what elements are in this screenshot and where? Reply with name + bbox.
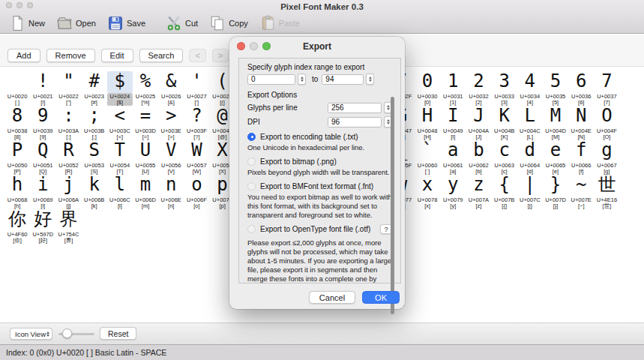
glyph-cell-u+006d[interactable]: mU+006D[m] — [133, 175, 158, 209]
glyph-cell-u+0032[interactable]: 2U+0032[2] — [466, 71, 491, 106]
glyph-cell-u+0061[interactable]: aU+0061[a] — [440, 140, 466, 175]
glyph-cell-u+0030[interactable]: 0U+0030[0] — [415, 71, 440, 106]
glyph-cell-u+0052[interactable]: RU+0052[R] — [55, 140, 81, 175]
glyph-cell-u+004a[interactable]: JU+004A[J] — [466, 106, 491, 140]
glyph-cell-u+004f[interactable]: OU+004F[O] — [594, 106, 619, 140]
radio-button-icon[interactable] — [247, 158, 256, 166]
glyph-cell-u+0049[interactable]: IU+0049[I] — [440, 106, 466, 140]
glyph-cell-u+0068[interactable]: hU+0068[h] — [4, 175, 30, 209]
glyph-preview: W — [184, 140, 209, 162]
next-page-button: > — [212, 49, 229, 62]
glyph-cell-u+0038[interactable]: 8U+0038[8] — [4, 106, 30, 140]
glyph-cell-u+006a[interactable]: jU+006A[j] — [55, 175, 81, 209]
glyph-cell-u+0026[interactable]: &U+0026[&] — [158, 71, 184, 106]
glyph-cell-u+007d[interactable]: }U+007D[}] — [543, 175, 568, 209]
glyph-cell-u+004b[interactable]: KU+004B[K] — [492, 106, 517, 140]
glyph-cell-u+007c[interactable]: |U+007C[|] — [517, 175, 543, 209]
radio-button-icon[interactable] — [247, 133, 256, 141]
ok-button[interactable]: OK — [362, 291, 400, 304]
glyph-cell-u+007b[interactable]: {U+007B[{] — [492, 175, 517, 209]
glyph-cell-u+0054[interactable]: TU+0054[T] — [107, 140, 133, 175]
glyph-cell-u+0048[interactable]: HU+0048[H] — [415, 106, 440, 140]
glyph-cell-u+004c[interactable]: LU+004C[L] — [517, 106, 543, 140]
glyph-cell-u+003f[interactable]: ?U+003F[?] — [184, 106, 209, 140]
radio-button-icon[interactable] — [247, 182, 256, 190]
export-option-label: Export to OpenType font file (.otf) — [260, 225, 380, 233]
export-option-2[interactable]: Export to BMFont text format (.fnt) — [247, 182, 392, 190]
glyph-cell-u+0027[interactable]: 'U+0027['] — [184, 71, 209, 106]
zoom-slider-thumb[interactable] — [62, 328, 72, 338]
glyph-cell-u+006f[interactable]: oU+006F[o] — [184, 175, 209, 209]
glyph-cell-u+003c[interactable]: <U+003C[<] — [107, 106, 133, 140]
glyph-cell-u+0020[interactable]: U+0020[ ] — [4, 71, 30, 106]
glyph-cell-u+003d[interactable]: =U+003D[=] — [133, 106, 158, 140]
dpi-field[interactable]: 96 — [328, 117, 382, 128]
radio-button-icon[interactable] — [247, 225, 256, 233]
glyph-cell-u+597d[interactable]: 好U+597D[好] — [30, 209, 55, 244]
toolbar-button-cut[interactable]: Cut — [166, 15, 198, 32]
glyphs-per-line-field[interactable]: 256 — [328, 103, 382, 113]
toolbar-button-save[interactable]: Save — [107, 15, 145, 32]
glyph-cell-u+006c[interactable]: lU+006C[l] — [107, 175, 133, 209]
glyph-cell-u+003e[interactable]: >U+003E[>] — [158, 106, 184, 140]
glyph-cell-u+0033[interactable]: 3U+0033[3] — [492, 71, 517, 106]
export-option-0[interactable]: Export to encoding table (.txt) — [247, 132, 392, 141]
glyph-cell-u+0056[interactable]: VU+0056[V] — [158, 140, 184, 175]
glyph-cell-u+0034[interactable]: 4U+0034[4] — [517, 71, 543, 106]
export-option-3[interactable]: Export to OpenType font file (.otf)? — [247, 224, 392, 233]
glyph-cell-u+0025[interactable]: %U+0025[%] — [133, 71, 158, 106]
remove-button[interactable]: Remove — [46, 49, 95, 62]
glyph-cell-u+0036[interactable]: 6U+0036[6] — [568, 71, 594, 106]
glyph-cell-u+754c[interactable]: 界U+754C[界] — [55, 209, 81, 244]
glyph-preview: ? — [184, 106, 209, 128]
toolbar-button-copy[interactable]: Copy — [209, 15, 248, 32]
glyph-cell-u+004d[interactable]: MU+004D[M] — [543, 106, 568, 140]
glyph-cell-u+003a[interactable]: :U+003A[:] — [55, 106, 81, 140]
glyph-cell-u+007e[interactable]: ~U+007E[~] — [568, 175, 594, 209]
glyph-cell-u+003b[interactable]: ;U+003B[;] — [82, 106, 107, 140]
glyph-cell-u+0037[interactable]: 7U+0037[7] — [594, 71, 619, 106]
glyph-cell-u+006b[interactable]: kU+006B[k] — [82, 175, 107, 209]
glyph-cell-u+0057[interactable]: WU+0057[W] — [184, 140, 209, 175]
glyph-cell-u+007a[interactable]: zU+007A[z] — [466, 175, 491, 209]
glyph-cell-u+0022[interactable]: "U+0022["] — [55, 71, 81, 106]
reset-button[interactable]: Reset — [100, 327, 136, 340]
range-to-stepper[interactable] — [366, 74, 374, 85]
glyph-cell-u+0065[interactable]: eU+0065[e] — [543, 140, 568, 175]
toolbar-button-new[interactable]: New — [9, 15, 45, 32]
glyph-cell-u+0055[interactable]: UU+0055[U] — [133, 140, 158, 175]
glyph-cell-u+0060[interactable]: `U+0060[`] — [415, 140, 440, 175]
glyph-cell-u+0024[interactable]: $U+0024[$] — [107, 71, 133, 106]
glyph-cell-u+4e16[interactable]: 世U+4E16[世] — [594, 175, 619, 209]
view-mode-dropdown[interactable]: Icon View — [10, 328, 52, 340]
glyph-cell-u+0064[interactable]: dU+0064[d] — [517, 140, 543, 175]
export-option-1[interactable]: Export to bitmap (.png) — [247, 157, 392, 166]
glyph-cell-u+0078[interactable]: xU+0078[x] — [415, 175, 440, 209]
edit-button[interactable]: Edit — [101, 49, 133, 62]
glyph-cell-u+0066[interactable]: fU+0066[f] — [568, 140, 594, 175]
glyph-cell-u+0053[interactable]: SU+0053[S] — [82, 140, 107, 175]
glyph-cell-u+0069[interactable]: iU+0069[i] — [30, 175, 55, 209]
glyph-cell-u+0039[interactable]: 9U+0039[9] — [30, 106, 55, 140]
glyph-cell-u+0051[interactable]: QU+0051[Q] — [30, 140, 55, 175]
cancel-button[interactable]: Cancel — [309, 291, 355, 304]
glyph-cell-u+0023[interactable]: #U+0023[#] — [82, 71, 107, 106]
glyph-cell-u+006e[interactable]: nU+006E[n] — [158, 175, 184, 209]
glyph-cell-u+004e[interactable]: NU+004E[N] — [568, 106, 594, 140]
search-button[interactable]: Search — [139, 49, 184, 62]
add-button[interactable]: Add — [7, 49, 40, 62]
dialog-scrollbar-thumb[interactable] — [391, 97, 394, 314]
glyph-cell-u+0035[interactable]: 5U+0035[5] — [543, 71, 568, 106]
range-from-field[interactable]: 0 — [247, 74, 295, 85]
range-from-stepper[interactable] — [298, 74, 306, 85]
glyph-cell-u+0067[interactable]: gU+0067[g] — [594, 140, 619, 175]
glyph-cell-u+0063[interactable]: cU+0063[c] — [492, 140, 517, 175]
glyph-cell-u+0031[interactable]: 1U+0031[1] — [440, 71, 466, 106]
glyph-cell-u+0050[interactable]: PU+0050[P] — [4, 140, 30, 175]
glyph-cell-u+0062[interactable]: bU+0062[b] — [466, 140, 491, 175]
range-to-field[interactable]: 94 — [322, 74, 364, 85]
toolbar-button-open[interactable]: Open — [56, 15, 96, 32]
glyph-cell-u+4f60[interactable]: 你U+4F60[你] — [4, 209, 30, 244]
glyph-cell-u+0021[interactable]: !U+0021[!] — [30, 71, 55, 106]
glyph-cell-u+0079[interactable]: yU+0079[y] — [440, 175, 466, 209]
